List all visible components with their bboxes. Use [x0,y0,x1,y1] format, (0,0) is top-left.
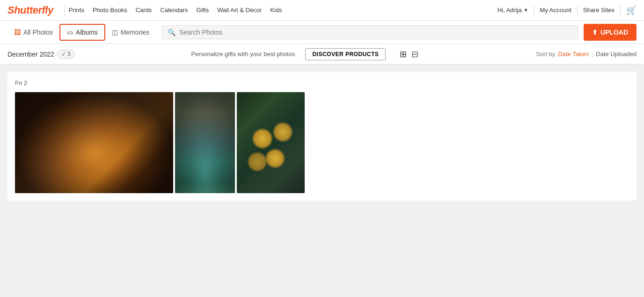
discover-products-button[interactable]: DISCOVER PRODUCTS [305,48,386,60]
toolbar-bar: December 2022 ✓ 3 Personalize gifts with… [0,44,644,65]
nav-divider [65,5,65,16]
sort-date-uploaded[interactable]: Date Uploaded [596,51,637,58]
share-sites-link[interactable]: Share Sites [583,7,615,14]
nav-divider-right3 [620,6,621,14]
nav-link-gifts[interactable]: Gifts [197,7,209,14]
nav-link-cards[interactable]: Cards [136,7,152,14]
nav-link-photo-books[interactable]: Photo Books [93,7,127,14]
large-grid-view-button[interactable]: ⊞ [399,48,408,60]
photo-forest[interactable] [15,92,173,193]
search-container: 🔍 [161,25,578,39]
nav-link-kids[interactable]: Kids [270,7,282,14]
user-greeting: Hi, Adrija ▼ [498,7,528,14]
main-content: Fri 2 [0,65,644,289]
sort-by-label: Sort by [536,51,555,58]
group-date: Fri 2 [15,80,629,87]
upload-button[interactable]: ⬆ UPLOAD [584,24,637,41]
photo-group-fri2: Fri 2 [7,72,637,201]
small-grid-view-button[interactable]: ⊟ [410,48,419,60]
nav-link-prints[interactable]: Prints [69,7,84,14]
my-account-link[interactable]: My Account [540,7,571,14]
photo-flowers[interactable] [237,92,305,193]
sort-separator: | [592,51,593,58]
upload-icon: ⬆ [592,29,598,36]
check-badge: ✓ 3 [57,50,75,59]
nav-divider-right2 [577,6,578,14]
nav-divider-right [534,6,534,14]
search-input[interactable] [179,29,572,36]
tab-albums[interactable]: ▭ Albums [59,24,105,41]
photo-cave[interactable] [175,92,235,193]
nav-right: Hi, Adrija ▼ My Account Share Sites 🛒 [498,5,637,15]
tab-albums-label: Albums [76,29,98,36]
brand-logo[interactable]: Shutterfly [7,4,53,16]
nav-link-calendars[interactable]: Calendars [160,7,188,14]
albums-icon: ▭ [67,29,73,36]
memories-icon: ◫ [112,29,118,36]
search-icon: 🔍 [168,29,176,36]
sort-date-taken[interactable]: Date Taken [558,51,589,58]
tab-memories-label: Memories [121,29,149,36]
all-photos-icon: 🖼 [14,29,21,36]
upload-label: UPLOAD [600,29,628,36]
top-navigation: Shutterfly Prints Photo Books Cards Cale… [0,0,644,21]
chevron-down-icon[interactable]: ▼ [524,7,528,13]
cart-icon[interactable]: 🛒 [626,5,637,15]
photos-row [15,92,629,193]
sort-section: Sort by Date Taken | Date Uploaded [536,51,637,58]
personalize-text: Personalize gifts with your best photos [191,51,295,58]
sec-nav-tabs: 🖼 All Photos ▭ Albums ◫ Memories [7,24,156,41]
secondary-navigation: 🖼 All Photos ▭ Albums ◫ Memories 🔍 ⬆ UPL… [0,21,644,44]
nav-link-wall-art[interactable]: Wall Art & Décor [217,7,262,14]
nav-links: Prints Photo Books Cards Calendars Gifts… [69,7,498,14]
date-label: December 2022 ✓ 3 [7,50,75,59]
tab-all-photos-label: All Photos [23,29,53,36]
tab-memories[interactable]: ◫ Memories [105,25,156,40]
tab-all-photos[interactable]: 🖼 All Photos [7,25,59,40]
view-controls: ⊞ ⊟ [399,48,419,60]
